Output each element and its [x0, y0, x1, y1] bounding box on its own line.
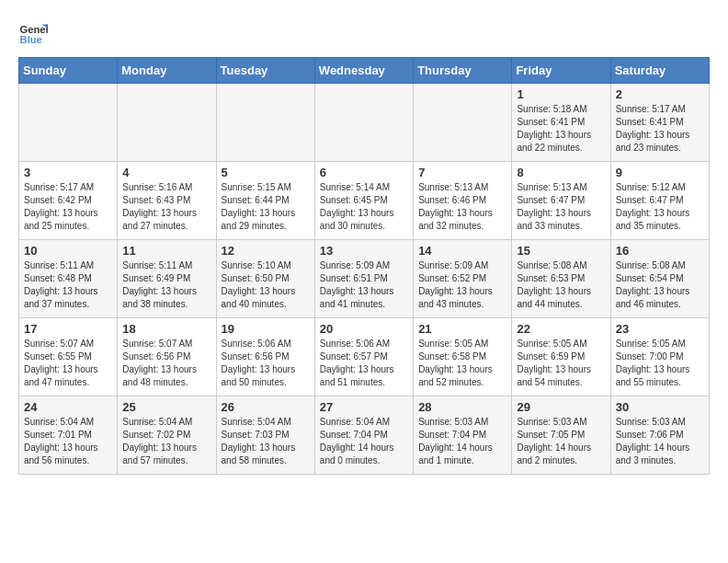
day-number: 30 [616, 400, 704, 414]
day-info: Sunrise: 5:14 AM Sunset: 6:45 PM Dayligh… [320, 181, 408, 233]
calendar-cell: 5Sunrise: 5:15 AM Sunset: 6:44 PM Daylig… [216, 162, 314, 240]
day-info: Sunrise: 5:04 AM Sunset: 7:01 PM Dayligh… [24, 416, 112, 467]
day-number: 21 [418, 322, 506, 336]
calendar-cell: 16Sunrise: 5:08 AM Sunset: 6:54 PM Dayli… [610, 240, 709, 318]
calendar-week: 24Sunrise: 5:04 AM Sunset: 7:01 PM Dayli… [19, 396, 710, 475]
calendar-cell: 14Sunrise: 5:09 AM Sunset: 6:52 PM Dayli… [414, 240, 512, 318]
calendar-cell [216, 84, 314, 162]
weekday-header: Wednesday [314, 58, 413, 84]
day-info: Sunrise: 5:03 AM Sunset: 7:06 PM Dayligh… [616, 416, 704, 467]
calendar-cell: 28Sunrise: 5:03 AM Sunset: 7:04 PM Dayli… [414, 396, 512, 475]
day-number: 25 [122, 400, 210, 414]
day-number: 16 [616, 244, 704, 258]
calendar-cell: 24Sunrise: 5:04 AM Sunset: 7:01 PM Dayli… [19, 396, 118, 475]
day-number: 1 [517, 87, 605, 101]
day-number: 27 [320, 400, 408, 414]
day-number: 12 [222, 244, 310, 258]
day-number: 14 [418, 244, 506, 258]
day-info: Sunrise: 5:05 AM Sunset: 6:58 PM Dayligh… [418, 338, 506, 389]
calendar-cell: 15Sunrise: 5:08 AM Sunset: 6:53 PM Dayli… [512, 240, 610, 318]
day-number: 9 [616, 166, 704, 179]
calendar-cell [118, 84, 216, 162]
calendar-cell: 22Sunrise: 5:05 AM Sunset: 6:59 PM Dayli… [512, 318, 610, 396]
day-number: 8 [517, 166, 605, 179]
weekday-header: Thursday [414, 58, 512, 84]
calendar-week: 10Sunrise: 5:11 AM Sunset: 6:48 PM Dayli… [19, 240, 710, 318]
weekday-header: Friday [512, 58, 610, 84]
calendar-cell: 10Sunrise: 5:11 AM Sunset: 6:48 PM Dayli… [19, 240, 118, 318]
calendar-week: 1Sunrise: 5:18 AM Sunset: 6:41 PM Daylig… [19, 84, 710, 162]
day-number: 13 [320, 244, 408, 258]
day-info: Sunrise: 5:05 AM Sunset: 6:59 PM Dayligh… [517, 338, 605, 389]
day-info: Sunrise: 5:05 AM Sunset: 7:00 PM Dayligh… [616, 338, 704, 389]
day-number: 6 [320, 166, 408, 179]
day-info: Sunrise: 5:11 AM Sunset: 6:48 PM Dayligh… [24, 259, 112, 311]
weekday-header: Saturday [610, 58, 709, 84]
calendar-cell: 11Sunrise: 5:11 AM Sunset: 6:49 PM Dayli… [118, 240, 216, 318]
svg-text:Blue: Blue [20, 34, 42, 45]
day-number: 4 [122, 166, 210, 179]
day-number: 18 [122, 322, 210, 336]
day-info: Sunrise: 5:13 AM Sunset: 6:46 PM Dayligh… [418, 181, 506, 233]
day-number: 28 [418, 400, 506, 414]
calendar-cell: 8Sunrise: 5:13 AM Sunset: 6:47 PM Daylig… [512, 162, 610, 240]
day-number: 15 [517, 244, 605, 258]
weekday-row: SundayMondayTuesdayWednesdayThursdayFrid… [19, 58, 710, 84]
day-info: Sunrise: 5:04 AM Sunset: 7:02 PM Dayligh… [122, 416, 210, 467]
calendar-cell [314, 84, 413, 162]
day-info: Sunrise: 5:08 AM Sunset: 6:54 PM Dayligh… [616, 259, 704, 311]
logo: General Blue [18, 18, 51, 48]
day-info: Sunrise: 5:18 AM Sunset: 6:41 PM Dayligh… [517, 103, 605, 155]
header: General Blue [18, 18, 710, 48]
weekday-header: Tuesday [216, 58, 314, 84]
day-number: 3 [24, 166, 112, 179]
day-info: Sunrise: 5:12 AM Sunset: 6:47 PM Dayligh… [616, 181, 704, 233]
calendar-cell: 12Sunrise: 5:10 AM Sunset: 6:50 PM Dayli… [216, 240, 314, 318]
calendar-cell: 7Sunrise: 5:13 AM Sunset: 6:46 PM Daylig… [414, 162, 512, 240]
day-number: 10 [24, 244, 112, 258]
calendar-cell: 2Sunrise: 5:17 AM Sunset: 6:41 PM Daylig… [610, 84, 709, 162]
day-info: Sunrise: 5:17 AM Sunset: 6:41 PM Dayligh… [616, 103, 704, 155]
day-number: 11 [122, 244, 210, 258]
day-info: Sunrise: 5:11 AM Sunset: 6:49 PM Dayligh… [122, 259, 210, 311]
calendar-cell: 3Sunrise: 5:17 AM Sunset: 6:42 PM Daylig… [19, 162, 118, 240]
day-number: 20 [320, 322, 408, 336]
svg-text:General: General [20, 24, 48, 35]
calendar-cell: 20Sunrise: 5:06 AM Sunset: 6:57 PM Dayli… [314, 318, 413, 396]
day-info: Sunrise: 5:09 AM Sunset: 6:51 PM Dayligh… [320, 259, 408, 311]
calendar-cell: 27Sunrise: 5:04 AM Sunset: 7:04 PM Dayli… [314, 396, 413, 475]
calendar-header: SundayMondayTuesdayWednesdayThursdayFrid… [19, 58, 710, 84]
calendar-cell: 17Sunrise: 5:07 AM Sunset: 6:55 PM Dayli… [19, 318, 118, 396]
day-info: Sunrise: 5:04 AM Sunset: 7:04 PM Dayligh… [320, 416, 408, 467]
day-number: 5 [222, 166, 310, 179]
calendar-cell: 23Sunrise: 5:05 AM Sunset: 7:00 PM Dayli… [610, 318, 709, 396]
calendar-table: SundayMondayTuesdayWednesdayThursdayFrid… [18, 57, 710, 475]
calendar-cell: 6Sunrise: 5:14 AM Sunset: 6:45 PM Daylig… [314, 162, 413, 240]
day-number: 29 [517, 400, 605, 414]
day-info: Sunrise: 5:06 AM Sunset: 6:57 PM Dayligh… [320, 338, 408, 389]
day-number: 17 [24, 322, 112, 336]
day-number: 2 [616, 87, 704, 101]
day-info: Sunrise: 5:13 AM Sunset: 6:47 PM Dayligh… [517, 181, 605, 233]
day-number: 7 [418, 166, 506, 179]
calendar-cell: 9Sunrise: 5:12 AM Sunset: 6:47 PM Daylig… [610, 162, 709, 240]
calendar-week: 17Sunrise: 5:07 AM Sunset: 6:55 PM Dayli… [19, 318, 710, 396]
day-number: 22 [517, 322, 605, 336]
day-info: Sunrise: 5:08 AM Sunset: 6:53 PM Dayligh… [517, 259, 605, 311]
calendar-cell: 13Sunrise: 5:09 AM Sunset: 6:51 PM Dayli… [314, 240, 413, 318]
calendar-cell: 19Sunrise: 5:06 AM Sunset: 6:56 PM Dayli… [216, 318, 314, 396]
calendar-week: 3Sunrise: 5:17 AM Sunset: 6:42 PM Daylig… [19, 162, 710, 240]
calendar-cell: 18Sunrise: 5:07 AM Sunset: 6:56 PM Dayli… [118, 318, 216, 396]
calendar-cell: 21Sunrise: 5:05 AM Sunset: 6:58 PM Dayli… [414, 318, 512, 396]
weekday-header: Sunday [19, 58, 118, 84]
calendar-cell: 4Sunrise: 5:16 AM Sunset: 6:43 PM Daylig… [118, 162, 216, 240]
calendar-body: 1Sunrise: 5:18 AM Sunset: 6:41 PM Daylig… [19, 84, 710, 475]
day-info: Sunrise: 5:07 AM Sunset: 6:55 PM Dayligh… [24, 338, 112, 389]
day-number: 19 [222, 322, 310, 336]
calendar-cell [414, 84, 512, 162]
calendar-cell: 26Sunrise: 5:04 AM Sunset: 7:03 PM Dayli… [216, 396, 314, 475]
day-info: Sunrise: 5:06 AM Sunset: 6:56 PM Dayligh… [222, 338, 310, 389]
day-info: Sunrise: 5:03 AM Sunset: 7:04 PM Dayligh… [418, 416, 506, 467]
calendar-cell: 29Sunrise: 5:03 AM Sunset: 7:05 PM Dayli… [512, 396, 610, 475]
day-info: Sunrise: 5:07 AM Sunset: 6:56 PM Dayligh… [122, 338, 210, 389]
